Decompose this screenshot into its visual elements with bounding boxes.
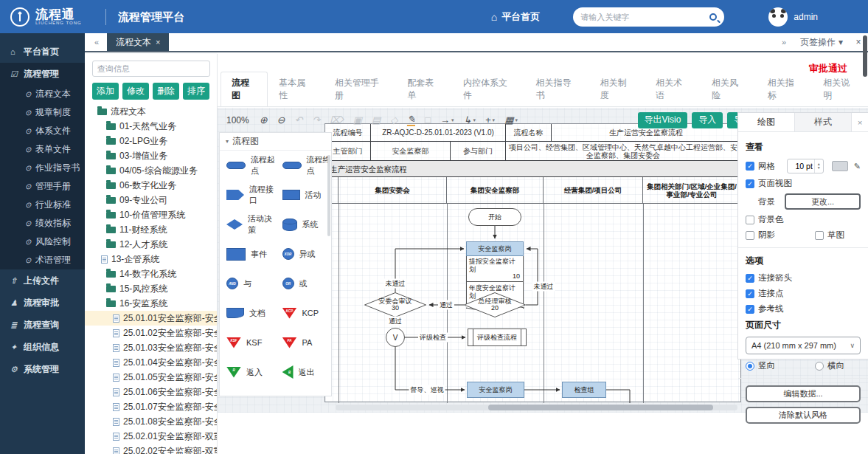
sidebar-item[interactable]: ⊙ 作业指导书 — [0, 159, 85, 177]
page-view-checkbox[interactable] — [746, 179, 754, 188]
panel-close-icon[interactable]: × — [852, 113, 868, 131]
tree-item[interactable]: 01-天然气业务 — [85, 119, 217, 134]
toolbar-icon[interactable]: ▤ — [372, 114, 381, 125]
tree-item[interactable]: 10-价值管理系统 — [85, 207, 217, 222]
toolbar-icon[interactable]: ▦ — [504, 114, 518, 125]
grid-color-swatch[interactable] — [832, 161, 848, 171]
palette-shape[interactable]: 系统 — [276, 210, 332, 239]
palette-shape[interactable]: LOOP 循环 — [220, 387, 276, 396]
station2-node[interactable]: 安全监察岗 — [467, 382, 524, 398]
connection-points-checkbox[interactable] — [746, 289, 754, 298]
sidebar-item[interactable]: ⊙ 绩效指标 — [0, 214, 85, 233]
tree-item[interactable]: 25.01.07安全监察部-安全监 — [85, 399, 217, 414]
export-button[interactable]: 导入 — [692, 112, 723, 128]
tab-style[interactable]: 样式 — [795, 113, 852, 131]
palette-shape[interactable]: 文档 — [220, 298, 276, 328]
palette-shape[interactable]: 流程起点 — [220, 151, 276, 180]
tree-item[interactable]: 14-数字化系统 — [85, 266, 217, 281]
crud-button[interactable]: 添加 — [92, 83, 119, 100]
start-node[interactable]: 开始 — [468, 208, 521, 226]
tab-actions-dropdown[interactable]: 页签操作 ▾ — [794, 33, 849, 51]
crud-button[interactable]: 修改 — [122, 83, 149, 100]
crud-button[interactable]: 删除 — [153, 83, 179, 100]
tree-item[interactable]: 25.02.02安全监察部-双重预 — [85, 444, 217, 454]
portrait-radio[interactable] — [746, 362, 754, 371]
crud-button[interactable]: 排序 — [183, 83, 209, 100]
detail-tab[interactable]: 相关指导书 — [525, 72, 589, 106]
station-node[interactable]: 安全监察岗 — [466, 241, 524, 256]
toolbar-icon[interactable]: ✎ — [407, 114, 415, 126]
toolbar-icon[interactable]: □ — [425, 114, 431, 125]
page-size-select[interactable]: A4 (210 mm x 297 mm) ∨ — [746, 337, 861, 354]
team-node[interactable]: 检查组 — [562, 382, 606, 398]
detail-tab[interactable]: 相关指标 — [757, 72, 813, 106]
tree-item[interactable]: 11-财经系统 — [85, 222, 217, 237]
sidebar-item[interactable]: ⊙ 体系文件 — [0, 122, 85, 140]
scrollbar-thumb[interactable] — [488, 405, 713, 410]
sidebar-item[interactable]: ⚙ 系统管理 — [0, 358, 85, 380]
stepper-arrows-icon[interactable]: ▲▼ — [814, 159, 823, 173]
toolbar-icon[interactable]: ↳ — [464, 114, 476, 125]
tree-item[interactable]: 13-企管系统 — [85, 252, 217, 266]
tree-item[interactable]: 03-增值业务 — [85, 148, 217, 163]
palette-shape[interactable]: 流程终点 — [276, 151, 332, 180]
zoom-level[interactable]: 100% — [226, 115, 249, 125]
detail-tab[interactable]: 配套表单 — [396, 72, 452, 106]
palette-shape[interactable]: KCP KCP — [276, 298, 332, 328]
tree-item[interactable]: 04/05-综合能源业务 — [85, 163, 217, 178]
palette-shape[interactable]: 活动决策 — [220, 210, 276, 239]
grid-size-input[interactable] — [788, 162, 814, 171]
export-button[interactable]: 导出Visio — [638, 112, 688, 128]
sidebar-item[interactable]: ⌂ 平台首页 — [0, 41, 85, 63]
tree-item[interactable]: 16-安监系统 — [85, 296, 217, 311]
sidebar-item[interactable]: ⊙ 行业标准 — [0, 196, 85, 214]
collapse-tabs-icon[interactable]: « — [85, 33, 107, 51]
toolbar-icon[interactable]: ⊖ — [277, 114, 285, 125]
query-input[interactable] — [92, 61, 210, 77]
bg-color-checkbox[interactable] — [746, 216, 754, 224]
tree-item[interactable]: 25.01.02安全监察部-安全监 — [85, 326, 217, 340]
tree-item[interactable]: 15-风控系统 — [85, 281, 217, 296]
search-icon[interactable] — [709, 13, 717, 21]
detail-tab[interactable]: 相关说明 — [812, 72, 868, 106]
sidebar-item[interactable]: ⊙ 表单文件 — [0, 140, 85, 159]
toolbar-icon[interactable]: → — [440, 114, 454, 125]
palette-shape[interactable]: B 返出 — [276, 357, 332, 387]
subprocess-node[interactable]: 评级检查流程 — [468, 329, 527, 346]
landscape-radio[interactable] — [815, 362, 824, 371]
detail-tab[interactable]: 相关风险 — [701, 72, 757, 106]
palette-shape[interactable]: R 风险点 — [276, 387, 332, 396]
expand-tabs-icon[interactable]: » — [772, 33, 794, 51]
search-input[interactable] — [580, 13, 709, 21]
sidebar-item[interactable]: ♟ 流程审批 — [0, 292, 85, 314]
palette-header[interactable]: ▾ 流程图 — [220, 133, 331, 151]
palette-shape[interactable]: 事件 — [220, 239, 276, 269]
sidebar-item[interactable]: ⊙ 流程文本 — [0, 85, 85, 103]
sidebar-item[interactable]: ✦ 组织信息 — [0, 336, 85, 358]
tree-item[interactable]: 02-LPG业务 — [85, 134, 217, 148]
sidebar-item[interactable]: ⊙ 风险控制 — [0, 233, 85, 251]
tree-item[interactable]: 25.01.03安全监察部-安全监 — [85, 340, 217, 355]
detail-tab[interactable]: 基本属性 — [268, 72, 324, 106]
tree-item[interactable]: 09-专业公司 — [85, 193, 217, 207]
clear-default-style-button[interactable]: 清除默认风格 — [746, 407, 861, 424]
guides-checkbox[interactable] — [746, 305, 754, 314]
palette-shape[interactable]: AND 与 — [220, 269, 276, 298]
detail-tab[interactable]: 流程图 — [221, 72, 268, 106]
shadow-checkbox[interactable] — [746, 231, 754, 240]
grid-size-stepper[interactable]: ▲▼ — [787, 159, 824, 173]
detail-tab[interactable]: 相关管理手册 — [324, 72, 397, 106]
toolbar-icon[interactable]: ▣ — [353, 114, 362, 125]
tab-process-text[interactable]: 流程文本 × — [107, 33, 169, 51]
palette-shape[interactable]: XOR 异或 — [276, 239, 332, 269]
tree-item[interactable]: 25.01.05安全监察部-安全监 — [85, 370, 217, 385]
palette-scrollbar[interactable] — [327, 155, 330, 236]
toolbar-icon[interactable]: + — [485, 114, 495, 125]
tree-item[interactable]: 25.01.08安全监察部-安全监 — [85, 414, 217, 429]
detail-tab[interactable]: 相关制度 — [589, 72, 645, 106]
tree-item[interactable]: 06-数字化业务 — [85, 178, 217, 193]
sidebar-item[interactable]: ☑ 流程管理 — [0, 63, 85, 85]
toolbar-icon[interactable]: ⊕ — [260, 114, 268, 125]
connection-arrows-checkbox[interactable] — [746, 274, 754, 283]
horizontal-scrollbar[interactable] — [336, 405, 737, 410]
